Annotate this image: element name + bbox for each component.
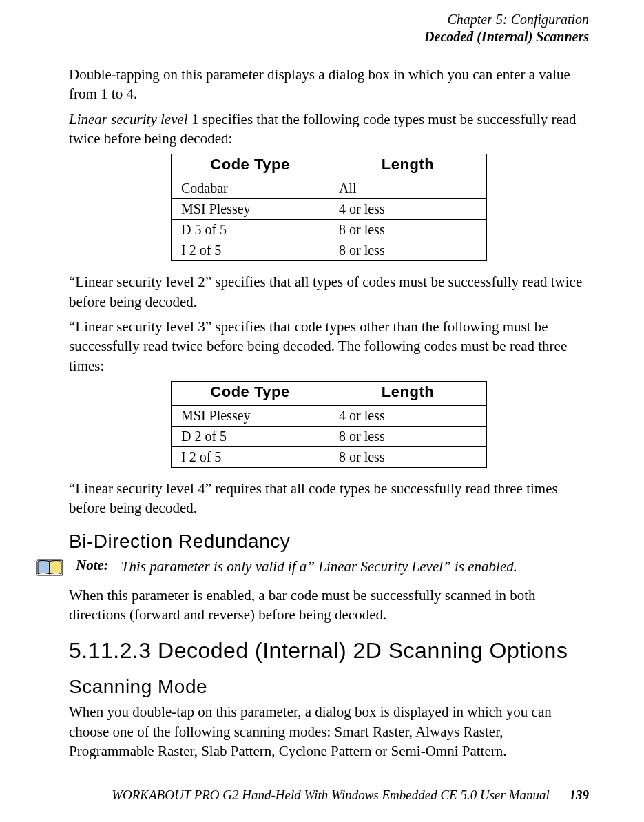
page-number: 139 (570, 788, 590, 802)
cell-length: 8 or less (329, 427, 487, 447)
running-header: Chapter 5: Configuration Decoded (Intern… (69, 11, 589, 45)
column-header-code-type: Code Type (172, 154, 329, 178)
code-table-2: Code Type Length MSI Plessey 4 or less D… (171, 381, 487, 468)
note-label: Note: (76, 557, 109, 574)
table-row: I 2 of 5 8 or less (172, 447, 487, 468)
page-footer: WORKABOUT PRO G2 Hand-Held With Windows … (69, 788, 589, 803)
column-header-length: Length (329, 382, 487, 406)
cell-length: 8 or less (329, 220, 487, 240)
paragraph: When this parameter is enabled, a bar co… (69, 586, 589, 625)
cell-length: 4 or less (329, 199, 487, 220)
table-header-row: Code Type Length (172, 382, 487, 406)
manual-title: WORKABOUT PRO G2 Hand-Held With Windows … (112, 788, 550, 802)
cell-code-type: D 2 of 5 (172, 427, 329, 447)
code-table-1: Code Type Length Codabar All MSI Plessey… (171, 154, 487, 261)
section-heading-2d-options: 5.11.2.3 Decoded (Internal) 2D Scanning … (69, 638, 589, 664)
cell-code-type: Codabar (172, 178, 329, 199)
subheading-bi-direction: Bi-Direction Redundancy (69, 531, 589, 553)
section-label: Decoded (Internal) Scanners (69, 28, 589, 45)
table-row: I 2 of 5 8 or less (172, 240, 487, 261)
italic-phrase: Linear security level (69, 111, 188, 127)
table-row: MSI Plessey 4 or less (172, 199, 487, 220)
cell-length: 8 or less (329, 240, 487, 261)
cell-code-type: MSI Plessey (172, 199, 329, 220)
table-row: Codabar All (172, 178, 487, 199)
note-block: Note: This parameter is only valid if a”… (36, 557, 589, 577)
paragraph: “Linear security level 4” requires that … (69, 479, 589, 518)
table-header-row: Code Type Length (172, 154, 487, 178)
paragraph: “Linear security level 3” specifies that… (69, 317, 589, 376)
page-container: Chapter 5: Configuration Decoded (Intern… (0, 0, 644, 822)
cell-code-type: I 2 of 5 (172, 240, 329, 261)
paragraph: Linear security level 1 specifies that t… (69, 110, 589, 149)
chapter-label: Chapter 5: Configuration (69, 11, 589, 28)
table-row: D 2 of 5 8 or less (172, 427, 487, 447)
cell-length: 8 or less (329, 447, 487, 468)
subheading-scanning-mode: Scanning Mode (69, 676, 589, 698)
table-row: MSI Plessey 4 or less (172, 406, 487, 427)
note-text: This parameter is only valid if a” Linea… (121, 557, 517, 576)
column-header-code-type: Code Type (172, 382, 329, 406)
cell-code-type: D 5 of 5 (172, 220, 329, 240)
column-header-length: Length (329, 154, 487, 178)
cell-code-type: MSI Plessey (172, 406, 329, 427)
paragraph: Double-tapping on this parameter display… (69, 65, 589, 104)
book-icon (36, 558, 63, 577)
cell-length: 4 or less (329, 406, 487, 427)
paragraph: “Linear security level 2” specifies that… (69, 272, 589, 311)
table-row: D 5 of 5 8 or less (172, 220, 487, 240)
cell-length: All (329, 178, 487, 199)
cell-code-type: I 2 of 5 (172, 447, 329, 468)
paragraph: When you double-tap on this parameter, a… (69, 702, 589, 761)
